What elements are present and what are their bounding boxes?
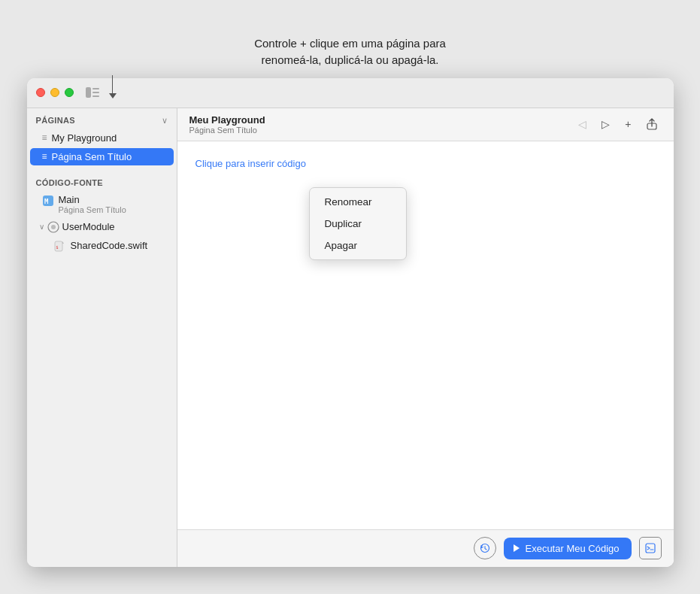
bottom-bar: Executar Meu Código [177,529,674,567]
source-section: Código-fonte M Main Página Sem Título ∨ [27,171,177,256]
add-button[interactable]: + [620,115,635,133]
content-title-block: Meu Playground Página Sem Título [189,114,265,135]
page-icon-pagina-sem-titulo: ≡ [42,151,47,162]
source-item-main-sub: Página Sem Título [59,205,126,214]
source-item-main-texts: Main Página Sem Título [59,194,126,214]
pages-chevron-icon[interactable]: ∨ [162,116,168,126]
maximize-button[interactable] [65,88,74,97]
tooltip-arrow-line [112,75,113,93]
run-icon [513,544,520,553]
sidebar-item-label-my-playground: My Playground [52,132,117,144]
code-area[interactable]: Clique para inserir código [177,141,674,529]
share-icon [647,118,657,130]
usermodule-icon [47,221,59,233]
console-button[interactable] [639,537,662,559]
svg-text:S: S [56,245,58,250]
svg-text:M: M [44,198,49,205]
sidebar-item-my-playground[interactable]: ≡ My Playground [30,129,174,147]
content-area: Meu Playground Página Sem Título ◁ ▷ + [177,108,674,567]
source-item-main[interactable]: M Main Página Sem Título [30,191,174,217]
source-item-usermodule-group[interactable]: ∨ UserModule [30,218,174,236]
back-button[interactable]: ◁ [574,115,591,133]
context-menu-rename[interactable]: Renomear [310,191,406,213]
console-icon [645,543,656,553]
run-button[interactable]: Executar Meu Código [504,538,631,559]
main-area: Páginas ∨ ≡ My Playground ≡ Página Sem T… [27,108,674,567]
pages-label: Páginas [36,116,75,125]
page-icon-my-playground: ≡ [42,132,47,143]
svg-rect-2 [92,92,99,93]
svg-rect-12 [646,544,655,553]
insert-code-link[interactable]: Clique para inserir código [195,158,306,169]
source-item-sharedcode[interactable]: S SharedCode.swift [30,237,174,256]
content-title: Meu Playground [189,114,265,126]
content-subtitle: Página Sem Título [189,126,265,135]
close-button[interactable] [36,88,45,97]
forward-button[interactable]: ▷ [597,115,614,133]
source-label: Código-fonte [36,178,104,187]
source-section-header: Código-fonte [27,171,177,190]
svg-point-7 [51,225,56,229]
usermodule-label: UserModule [62,221,115,232]
svg-rect-3 [92,95,99,97]
svg-rect-1 [92,88,99,89]
share-button[interactable] [642,115,662,133]
context-menu: Renomear Duplicar Apagar [309,187,407,260]
main-icon: M [42,195,54,207]
svg-rect-0 [86,87,91,98]
traffic-lights [36,88,74,97]
history-button[interactable] [474,537,496,559]
tooltip-text: Controle + clique em uma página para ren… [0,28,700,78]
source-item-main-name: Main [59,194,126,205]
context-menu-duplicate[interactable]: Duplicar [310,213,406,235]
history-icon [480,543,490,553]
sidebar: Páginas ∨ ≡ My Playground ≡ Página Sem T… [27,108,177,567]
context-menu-delete[interactable]: Apagar [310,235,406,256]
sidebar-item-pagina-sem-titulo[interactable]: ≡ Página Sem Título [30,148,174,165]
pages-section-header: Páginas ∨ [27,108,177,129]
sidebar-toggle-icon [86,87,99,98]
minimize-button[interactable] [50,88,59,97]
swift-file-icon: S [54,241,66,253]
sidebar-toggle-button[interactable] [84,86,101,99]
content-toolbar: ◁ ▷ + [574,115,661,133]
content-header: Meu Playground Página Sem Título ◁ ▷ + [177,108,674,141]
sidebar-item-label-pagina-sem-titulo: Página Sem Título [52,151,132,162]
tooltip-arrow-head [109,93,117,98]
group-chevron-icon: ∨ [39,223,44,231]
titlebar [27,78,674,108]
sharedcode-label: SharedCode.swift [71,240,148,251]
main-window: Páginas ∨ ≡ My Playground ≡ Página Sem T… [27,78,674,567]
